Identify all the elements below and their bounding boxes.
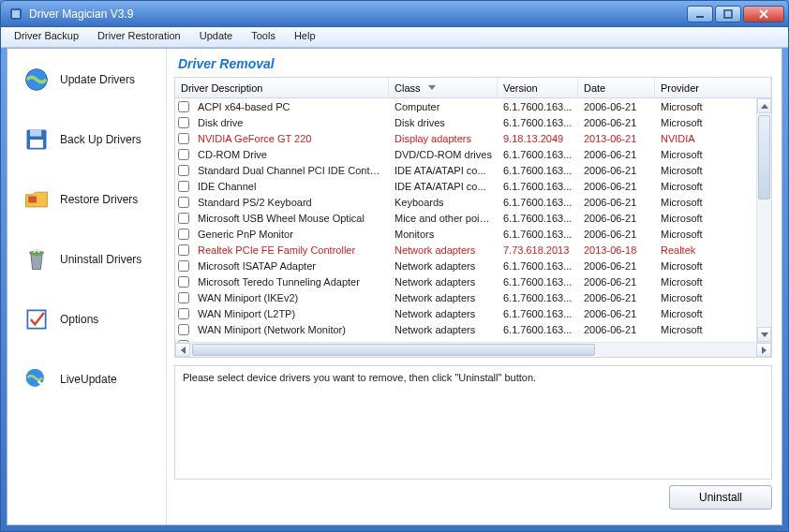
table-row[interactable]: ACPI x64-based PCComputer6.1.7600.163...… bbox=[175, 98, 771, 114]
row-checkbox[interactable] bbox=[175, 260, 192, 272]
checkbox[interactable] bbox=[178, 133, 189, 144]
sidebar-item-label: Options bbox=[60, 313, 98, 326]
cell-version: 6.1.7600.163... bbox=[498, 165, 578, 176]
menu-help[interactable]: Help bbox=[285, 27, 325, 47]
cell-class: Network adapters bbox=[389, 292, 498, 303]
checkbox[interactable] bbox=[178, 149, 189, 160]
th-description[interactable]: Driver Description bbox=[175, 78, 389, 97]
checkbox[interactable] bbox=[178, 308, 189, 319]
th-class[interactable]: Class bbox=[389, 78, 498, 97]
sidebar-item-backup-drivers[interactable]: Back Up Drivers bbox=[13, 120, 160, 159]
table-row[interactable]: WAN Miniport (IKEv2)Network adapters6.1.… bbox=[175, 289, 771, 305]
scroll-track[interactable] bbox=[757, 113, 771, 327]
table-row[interactable]: NVIDIA GeForce GT 220Display adapters9.1… bbox=[175, 130, 771, 146]
row-checkbox[interactable] bbox=[175, 165, 192, 176]
menu-update[interactable]: Update bbox=[190, 27, 242, 47]
table-row[interactable]: Standard Dual Channel PCI IDE Controller… bbox=[175, 162, 771, 178]
table-row[interactable]: WAN Miniport (Network Monitor)Network ad… bbox=[175, 321, 771, 337]
table-row[interactable]: Microsoft USB Wheel Mouse OpticalMice an… bbox=[175, 210, 771, 226]
row-checkbox[interactable] bbox=[175, 308, 192, 319]
checkbox[interactable] bbox=[178, 197, 189, 208]
row-checkbox[interactable] bbox=[175, 101, 192, 112]
checkbox[interactable] bbox=[178, 213, 189, 224]
cell-description: Disk drive bbox=[192, 117, 389, 128]
table-row[interactable]: Standard PS/2 KeyboardKeyboards6.1.7600.… bbox=[175, 194, 771, 210]
th-version[interactable]: Version bbox=[498, 78, 578, 97]
menu-driver-backup[interactable]: Driver Backup bbox=[5, 27, 88, 47]
svg-rect-10 bbox=[30, 140, 43, 148]
row-checkbox[interactable] bbox=[175, 197, 192, 208]
minimize-button[interactable] bbox=[687, 6, 713, 22]
scroll-right-button[interactable] bbox=[756, 343, 771, 357]
sidebar-item-options[interactable]: Options bbox=[13, 300, 160, 339]
table-body[interactable]: ACPI x64-based PCComputer6.1.7600.163...… bbox=[175, 98, 771, 342]
sidebar: Update Drivers Back Up Drivers Restore D… bbox=[7, 49, 167, 525]
th-provider[interactable]: Provider bbox=[655, 78, 771, 97]
sidebar-item-uninstall-drivers[interactable]: Uninstall Drivers bbox=[13, 240, 160, 279]
uninstall-button[interactable]: Uninstall bbox=[669, 485, 772, 510]
cell-date: 2006-06-21 bbox=[578, 276, 655, 288]
cell-description: WAN Miniport (L2TP) bbox=[192, 308, 389, 319]
checkbox[interactable] bbox=[178, 276, 189, 288]
table-row[interactable]: WAN Miniport (IP)Network adapters6.1.760… bbox=[175, 337, 771, 342]
cell-description: Generic PnP Monitor bbox=[192, 229, 389, 240]
cell-description: Microsoft Teredo Tunneling Adapter bbox=[192, 276, 389, 288]
cell-description: Realtek PCIe FE Family Controller bbox=[192, 244, 389, 256]
cell-provider: Microsoft bbox=[655, 213, 771, 224]
row-checkbox[interactable] bbox=[175, 324, 192, 335]
folder-icon bbox=[22, 185, 51, 214]
titlebar[interactable]: Driver Magician V3.9 bbox=[1, 1, 788, 27]
row-checkbox[interactable] bbox=[175, 229, 192, 240]
checkbox[interactable] bbox=[178, 260, 189, 272]
sidebar-item-liveupdate[interactable]: LiveUpdate bbox=[13, 360, 160, 399]
menu-tools[interactable]: Tools bbox=[242, 27, 285, 47]
table-row[interactable]: Disk driveDisk drives6.1.7600.163...2006… bbox=[175, 114, 771, 130]
checkbox[interactable] bbox=[178, 181, 189, 192]
maximize-button[interactable] bbox=[715, 6, 741, 22]
row-checkbox[interactable] bbox=[175, 244, 192, 256]
checkbox[interactable] bbox=[178, 165, 189, 176]
menu-driver-restoration[interactable]: Driver Restoration bbox=[88, 27, 190, 47]
cell-version: 6.1.7600.163... bbox=[498, 181, 578, 192]
cell-date: 2006-06-21 bbox=[578, 260, 655, 272]
table-row[interactable]: Generic PnP MonitorMonitors6.1.7600.163.… bbox=[175, 226, 771, 242]
cell-provider: Microsoft bbox=[655, 260, 771, 272]
globe-arrow-icon bbox=[22, 365, 51, 393]
row-checkbox[interactable] bbox=[175, 213, 192, 224]
table-row[interactable]: WAN Miniport (L2TP)Network adapters6.1.7… bbox=[175, 305, 771, 321]
checkbox[interactable] bbox=[178, 101, 189, 112]
table-row[interactable]: IDE ChannelIDE ATA/ATAPI co...6.1.7600.1… bbox=[175, 178, 771, 194]
table-row[interactable]: Microsoft Teredo Tunneling AdapterNetwor… bbox=[175, 273, 771, 289]
scroll-track[interactable] bbox=[190, 343, 756, 357]
row-checkbox[interactable] bbox=[175, 149, 192, 160]
checkbox[interactable] bbox=[178, 292, 189, 303]
row-checkbox[interactable] bbox=[175, 181, 192, 192]
scroll-down-button[interactable] bbox=[757, 327, 771, 342]
cell-provider: Microsoft bbox=[655, 308, 771, 319]
table-row[interactable]: CD-ROM DriveDVD/CD-ROM drives6.1.7600.16… bbox=[175, 146, 771, 162]
scroll-left-button[interactable] bbox=[175, 343, 190, 357]
close-button[interactable] bbox=[743, 6, 784, 22]
row-checkbox[interactable] bbox=[175, 133, 192, 144]
table-row[interactable]: Microsoft ISATAP AdapterNetwork adapters… bbox=[175, 258, 771, 273]
sidebar-item-restore-drivers[interactable]: Restore Drivers bbox=[13, 180, 160, 219]
row-checkbox[interactable] bbox=[175, 276, 192, 288]
row-checkbox[interactable] bbox=[175, 340, 192, 343]
checkbox[interactable] bbox=[178, 229, 189, 240]
checkbox[interactable] bbox=[178, 244, 189, 256]
table-row[interactable]: Realtek PCIe FE Family ControllerNetwork… bbox=[175, 242, 771, 258]
scroll-thumb[interactable] bbox=[758, 115, 770, 200]
row-checkbox[interactable] bbox=[175, 292, 192, 303]
row-checkbox[interactable] bbox=[175, 117, 192, 128]
cell-date: 2006-06-21 bbox=[578, 149, 655, 160]
svg-rect-9 bbox=[30, 130, 41, 137]
checkbox[interactable] bbox=[178, 117, 189, 128]
horizontal-scrollbar[interactable] bbox=[175, 342, 771, 357]
sidebar-item-update-drivers[interactable]: Update Drivers bbox=[13, 60, 160, 99]
scroll-thumb[interactable] bbox=[192, 344, 595, 356]
scroll-up-button[interactable] bbox=[757, 98, 771, 113]
th-date[interactable]: Date bbox=[578, 78, 655, 97]
checkbox[interactable] bbox=[178, 340, 189, 343]
checkbox[interactable] bbox=[178, 324, 189, 335]
vertical-scrollbar[interactable] bbox=[756, 98, 771, 342]
